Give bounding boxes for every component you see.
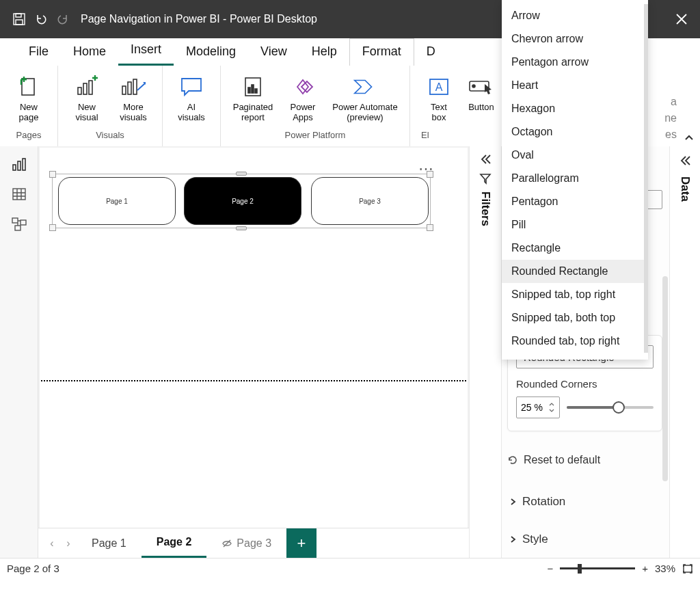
shape-option[interactable]: Heart	[502, 74, 648, 97]
resize-handle[interactable]	[236, 226, 247, 230]
more-visuals-icon	[120, 74, 146, 100]
reset-to-default-button[interactable]: Reset to default	[507, 454, 600, 466]
data-pane[interactable]: Data	[670, 146, 700, 558]
shape-option[interactable]: Rectangle	[502, 237, 648, 260]
paginated-report-button[interactable]: Paginated report	[228, 71, 278, 126]
power-automate-label: Power Automate (preview)	[332, 103, 397, 123]
shape-option[interactable]: Octagon	[502, 120, 648, 144]
tab-format[interactable]: Format	[349, 38, 414, 66]
fit-to-page-icon[interactable]	[682, 563, 693, 574]
power-apps-icon	[290, 74, 316, 100]
undo-icon[interactable]	[30, 8, 52, 30]
svg-rect-21	[13, 189, 25, 200]
spinner-icon[interactable]	[548, 401, 555, 414]
tab-view[interactable]: View	[248, 39, 299, 66]
shape-option[interactable]: Chevron arrow	[502, 27, 648, 51]
page-prev-icon[interactable]: ‹	[44, 528, 60, 558]
new-page-label: New page	[19, 103, 39, 123]
filter-icon	[479, 172, 492, 185]
shape-option[interactable]: Arrow	[502, 4, 648, 27]
page-tab-3[interactable]: Page 3	[206, 528, 286, 558]
svg-text:A: A	[435, 81, 443, 93]
new-page-button[interactable]: New page	[7, 71, 51, 126]
zoom-out-button[interactable]: −	[547, 563, 553, 574]
svg-rect-6	[89, 81, 92, 94]
paginated-icon	[240, 74, 266, 100]
power-apps-label: Power Apps	[291, 103, 316, 123]
tab-file[interactable]: File	[16, 39, 61, 66]
collapse-left-icon[interactable]	[679, 154, 691, 167]
shape-option[interactable]: Pill	[502, 213, 648, 237]
power-automate-button[interactable]: Power Automate (preview)	[327, 71, 403, 126]
save-icon[interactable]	[8, 8, 30, 30]
shape-option[interactable]: Snipped tab, top right	[502, 283, 648, 306]
resize-handle[interactable]	[236, 172, 247, 176]
resize-handle[interactable]	[427, 224, 433, 231]
nav-button-page1[interactable]: Page 1	[58, 177, 176, 225]
tab-insert[interactable]: Insert	[118, 37, 174, 66]
redo-icon[interactable]	[52, 8, 74, 30]
report-view-icon[interactable]	[10, 154, 29, 174]
group-label-elements: El	[421, 130, 429, 140]
zoom-value[interactable]: 33%	[655, 563, 675, 574]
speech-bubble-icon	[178, 74, 204, 100]
collapse-left-icon[interactable]	[479, 153, 492, 165]
zoom-thumb[interactable]	[578, 564, 582, 574]
svg-point-17	[472, 85, 475, 88]
shape-option[interactable]: Pentagon arrow	[502, 51, 648, 74]
more-visuals-button[interactable]: More visuals	[111, 71, 155, 126]
shape-option[interactable]: Snipped tab, both top	[502, 306, 648, 329]
buttons-icon	[468, 74, 494, 100]
tab-data[interactable]: D	[414, 39, 440, 66]
style-section[interactable]: Style	[509, 533, 662, 546]
page-next-icon[interactable]: ›	[60, 528, 77, 558]
resize-handle[interactable]	[427, 171, 433, 178]
view-rail	[0, 146, 38, 558]
model-view-icon[interactable]	[10, 215, 29, 234]
zoom-slider[interactable]	[560, 567, 635, 569]
add-page-button[interactable]: +	[286, 528, 317, 558]
paginated-label: Paginated report	[233, 103, 273, 123]
shape-option[interactable]: Rounded tab, top right	[502, 329, 648, 353]
shape-option[interactable]: Hexagon	[502, 97, 648, 120]
shape-option[interactable]: Rounded Rectangle	[502, 260, 648, 283]
tab-home[interactable]: Home	[61, 39, 118, 66]
svg-rect-25	[684, 565, 692, 572]
slider-thumb[interactable]	[612, 401, 625, 414]
rotation-section[interactable]: Rotation	[509, 495, 662, 509]
data-label: Data	[678, 176, 692, 202]
tab-help[interactable]: Help	[299, 39, 349, 66]
svg-rect-7	[122, 86, 126, 94]
nav-button-page2[interactable]: Page 2	[184, 177, 301, 225]
power-apps-button[interactable]: Power Apps	[281, 71, 325, 126]
shape-option[interactable]: Oval	[502, 144, 648, 167]
canvas-wrap: ⋯ Page 1 Page 2 Page 3	[38, 146, 469, 528]
dropdown-scrollbar[interactable]	[644, 4, 648, 353]
data-view-icon[interactable]	[10, 185, 29, 204]
new-visual-button[interactable]: New visual	[65, 71, 109, 126]
selection-box[interactable]: Page 1 Page 2 Page 3	[52, 174, 431, 228]
status-bar: Page 2 of 3 − + 33%	[0, 558, 700, 578]
resize-handle[interactable]	[49, 171, 56, 178]
ai-visuals-button[interactable]: AI visuals	[170, 71, 213, 126]
new-page-icon	[16, 74, 42, 100]
nav-button-page3[interactable]: Page 3	[311, 177, 429, 225]
filters-pane[interactable]: Filters	[469, 146, 502, 558]
rounded-corners-input[interactable]: 25 %	[516, 396, 560, 418]
format-scrollbar[interactable]	[662, 276, 668, 481]
tab-modeling[interactable]: Modeling	[174, 39, 248, 66]
page-tab-1[interactable]: Page 1	[77, 528, 142, 558]
resize-handle[interactable]	[49, 224, 56, 231]
text-box-button[interactable]: A Text box	[417, 71, 461, 126]
shape-option[interactable]: Pentagon	[502, 190, 648, 213]
page-tab-2[interactable]: Page 2	[142, 528, 207, 558]
close-button[interactable]	[663, 0, 700, 38]
shape-option[interactable]: Parallelogram	[502, 167, 648, 190]
rounded-corners-slider[interactable]	[567, 406, 654, 409]
svg-rect-23	[21, 220, 26, 225]
ribbon-expand[interactable]	[684, 66, 700, 146]
report-canvas[interactable]: ⋯ Page 1 Page 2 Page 3	[40, 148, 468, 528]
buttons-button[interactable]: Button	[463, 71, 499, 126]
zoom-in-button[interactable]: +	[642, 563, 648, 574]
page-indicator: Page 2 of 3	[7, 563, 59, 574]
